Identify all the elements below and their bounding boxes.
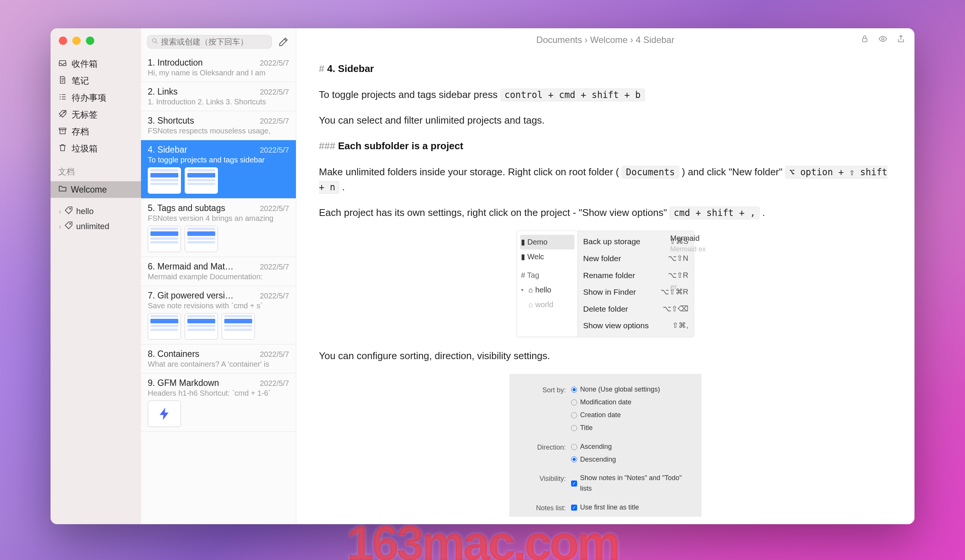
chevron-right-icon: › <box>51 223 61 231</box>
tag-icon <box>64 221 73 232</box>
note-row[interactable]: 2. Links2022/5/71. Introduction 2. Links… <box>141 82 296 111</box>
note-date: 2022/5/7 <box>260 379 289 388</box>
sidebar-item-label: 存档 <box>72 126 89 137</box>
search-input[interactable] <box>161 37 268 46</box>
inline-code: control + cmd + shift + b <box>500 88 644 101</box>
document-body: # 4. Sidebar To toggle projects and tags… <box>296 51 914 524</box>
sidebar-item-todo[interactable]: 待办事项 <box>51 89 141 106</box>
content-panel: Documents › Welcome › 4 Sidebar # 4. Sid… <box>296 28 914 524</box>
note-row[interactable]: 7. Git powered versi…2022/5/7Save note r… <box>141 286 296 344</box>
sidebar-item-inbox[interactable]: 收件箱 <box>51 56 141 72</box>
note-row[interactable]: 9. GFM Markdown2022/5/7Headers h1-h6 Sho… <box>141 374 296 432</box>
menu-item-view-options[interactable]: Show view options⇧⌘, <box>578 317 693 334</box>
tag-icon: ⌂ <box>528 284 533 296</box>
close-window-button[interactable] <box>59 36 67 45</box>
svg-point-5 <box>882 38 884 40</box>
note-thumbs <box>148 167 289 194</box>
note-preview: What are containers? A 'container' is <box>148 360 289 369</box>
settings-visibility-label: Visibility: <box>524 473 566 494</box>
note-row[interactable]: 5. Tags and subtags2022/5/7FSNotes versi… <box>141 199 296 257</box>
note-row[interactable]: 6. Mermaid and Mat…2022/5/7Mermaid examp… <box>141 257 296 286</box>
maximize-window-button[interactable] <box>86 36 94 45</box>
sidebar-folder-label: Welcome <box>71 184 107 195</box>
heading-text: Each subfolder is a project <box>338 140 463 152</box>
doc-heading-3: ### Each subfolder is a project <box>319 138 892 153</box>
note-title: 5. Tags and subtags <box>148 203 225 213</box>
note-date: 2022/5/7 <box>260 59 289 67</box>
note-title: 3. Shortcuts <box>148 116 194 126</box>
note-title: 4. Sidebar <box>148 145 187 155</box>
note-date: 2022/5/7 <box>260 204 289 213</box>
note-thumbnail <box>148 401 181 427</box>
note-row[interactable]: 8. Containers2022/5/7What are containers… <box>141 344 296 374</box>
note-date: 2022/5/7 <box>260 117 289 126</box>
chevron-right-icon: › <box>51 207 61 216</box>
lock-icon[interactable] <box>860 34 869 45</box>
menu-item-delete-folder[interactable]: Delete folder⌥⇧⌫ <box>578 301 693 318</box>
folder-filled-icon: ▮ <box>521 251 525 263</box>
note-thumbnail <box>185 313 218 340</box>
svg-point-1 <box>70 208 71 209</box>
note-thumbs <box>148 226 289 252</box>
note-row[interactable]: 4. Sidebar2022/5/7To toggle projects and… <box>141 140 296 199</box>
context-menu-image: ▮Demo ▮Welc # Tag ▾⌂hello ⌂world Back up… <box>319 231 892 336</box>
note-row[interactable]: 1. Introduction2022/5/7Hi, my name is Ol… <box>141 53 296 82</box>
folder-icon <box>58 184 67 195</box>
settings-sortby-label: Sort by: <box>524 384 566 433</box>
note-title: 1. Introduction <box>148 58 203 68</box>
note-thumbnail <box>185 167 218 194</box>
svg-rect-4 <box>862 38 867 42</box>
md-hash: ### <box>319 140 335 152</box>
sidebar-item-untagged[interactable]: 无标签 <box>51 106 141 123</box>
window-controls <box>51 34 141 56</box>
sidebar-item-trash[interactable]: 垃圾箱 <box>51 140 141 157</box>
sidebar-tag-hello[interactable]: › hello <box>51 204 141 219</box>
note-date: 2022/5/7 <box>260 88 289 96</box>
doc-paragraph: Make unlimited folders inside your stora… <box>319 164 892 195</box>
note-title: 7. Git powered versi… <box>148 291 234 301</box>
note-preview: Mermaid example Documentation: <box>148 273 289 281</box>
note-row[interactable]: 3. Shortcuts2022/5/7FSNotes respects mou… <box>141 111 296 140</box>
sidebar-item-label: 待办事项 <box>72 92 106 104</box>
sidebar-folder-welcome[interactable]: Welcome <box>51 181 141 198</box>
sidebar-item-archive[interactable]: 存档 <box>51 123 141 140</box>
svg-point-2 <box>70 224 71 225</box>
note-thumbnail <box>148 313 181 340</box>
chk-visibility[interactable]: ✓Show notes in "Notes" and "Todo" lists <box>571 473 692 494</box>
search-input-wrap[interactable] <box>147 35 272 49</box>
share-icon[interactable] <box>896 34 905 45</box>
note-preview: Hi, my name is Oleksandr and I am <box>148 69 289 77</box>
settings-panel-image: Sort by: None (Use global settings) Modi… <box>319 374 892 517</box>
chk-firstline[interactable]: ✓Use first line as title <box>571 502 692 513</box>
tag-icon <box>64 206 73 217</box>
note-thumbs <box>148 401 289 427</box>
minimize-window-button[interactable] <box>72 36 81 45</box>
archive-icon <box>58 126 67 137</box>
eye-icon[interactable] <box>878 34 887 45</box>
radio-sort-title[interactable]: Title <box>571 423 692 433</box>
sidebar-item-notes[interactable]: 笔记 <box>51 72 141 89</box>
breadcrumb: Documents › Welcome › 4 Sidebar <box>536 35 674 45</box>
sidebar: 收件箱 笔记 待办事项 无标签 存档 垃圾箱 文档 <box>51 28 141 524</box>
content-toolbar: Documents › Welcome › 4 Sidebar <box>296 28 914 51</box>
sidebar-item-label: 笔记 <box>72 75 89 87</box>
note-title: 2. Links <box>148 87 178 97</box>
radio-sort-none[interactable]: None (Use global settings) <box>571 384 692 395</box>
radio-sort-mod[interactable]: Modification date <box>571 397 692 408</box>
radio-sort-create[interactable]: Creation date <box>571 410 692 421</box>
note-preview: 1. Introduction 2. Links 3. Shortcuts <box>148 98 289 106</box>
compose-button[interactable] <box>277 36 290 48</box>
sidebar-item-label: 无标签 <box>72 109 98 121</box>
todo-icon <box>58 92 67 104</box>
radio-dir-desc[interactable]: Descending <box>571 454 692 465</box>
note-thumbs <box>148 313 289 340</box>
svg-point-3 <box>152 38 156 42</box>
note-preview: To toggle projects and tags sidebar <box>148 156 289 164</box>
radio-dir-asc[interactable]: Ascending <box>571 442 692 452</box>
search-icon <box>151 37 159 46</box>
note-title: 8. Containers <box>148 349 200 359</box>
note-date: 2022/5/7 <box>260 292 289 300</box>
sidebar-tag-label: unlimited <box>76 222 109 231</box>
sidebar-tag-unlimited[interactable]: › unlimited <box>51 219 141 234</box>
tag-off-icon <box>58 109 67 121</box>
